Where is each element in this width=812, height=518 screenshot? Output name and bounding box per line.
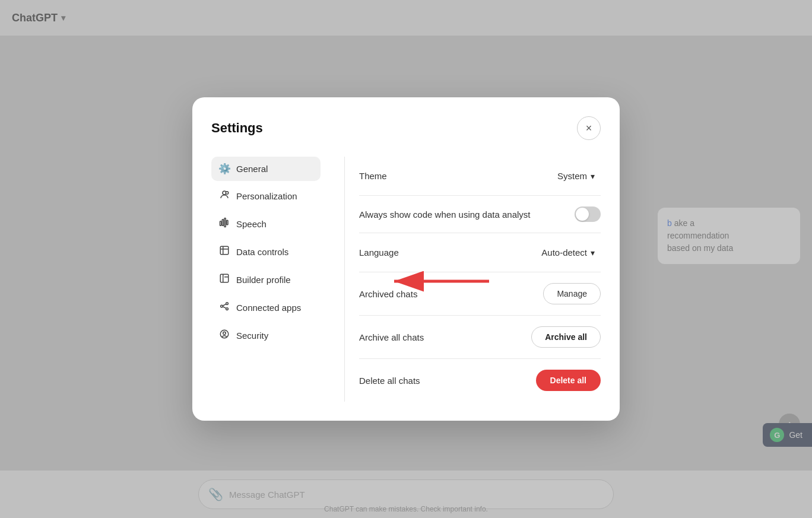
settings-content: Theme System ▾ Always show code when usi… [359,157,601,402]
code-label: Always show code when using data analyst [359,209,531,220]
sidebar-item-general[interactable]: ⚙️ General [211,157,321,181]
language-label: Language [359,247,399,258]
sidebar-item-label: Connected apps [236,303,301,313]
svg-line-16 [223,304,226,306]
svg-rect-7 [220,246,229,255]
language-value: Auto-detect [541,247,587,258]
archive-all-label: Archive all chats [359,332,424,342]
theme-setting-row: Theme System ▾ [359,157,601,196]
settings-modal: Settings × ⚙️ General [192,97,620,421]
svg-rect-10 [220,274,229,282]
sidebar-item-label: Data controls [236,247,288,257]
security-icon [218,329,230,342]
modal-header: Settings × [211,116,601,140]
archive-all-button[interactable]: Archive all [531,326,601,348]
connected-apps-icon [218,301,230,314]
modal-body: ⚙️ General Personalization [211,157,601,402]
sidebar-item-speech[interactable]: Speech [211,211,321,237]
person-icon [218,189,230,203]
sidebar-item-builder-profile[interactable]: Builder profile [211,267,321,293]
gear-icon: ⚙️ [218,163,230,175]
nav-content-divider [344,157,345,402]
chevron-down-icon: ▾ [591,171,595,181]
settings-nav: ⚙️ General Personalization [211,157,330,402]
theme-dropdown[interactable]: System ▾ [551,167,601,185]
theme-label: Theme [359,171,387,181]
archived-chats-label: Archived chats [359,289,417,299]
speech-icon [218,217,230,231]
code-toggle[interactable] [575,206,601,222]
close-button[interactable]: × [577,116,601,140]
delete-all-chats-row: Delete all chats Delete all [359,359,601,402]
sidebar-item-label: Personalization [236,191,297,201]
sidebar-item-personalization[interactable]: Personalization [211,183,321,209]
svg-rect-3 [220,221,221,226]
svg-rect-4 [222,220,223,226]
language-dropdown[interactable]: Auto-detect ▾ [535,244,601,261]
delete-all-button[interactable]: Delete all [536,370,601,391]
svg-rect-5 [224,218,226,227]
sidebar-item-security[interactable]: Security [211,323,321,348]
builder-icon [218,273,230,287]
sidebar-item-connected-apps[interactable]: Connected apps [211,295,321,320]
manage-button[interactable]: Manage [543,283,601,304]
sidebar-item-label: Builder profile [236,275,291,285]
language-setting-row: Language Auto-detect ▾ [359,233,601,272]
data-icon [218,245,230,259]
svg-rect-6 [227,220,228,225]
svg-point-15 [226,308,229,310]
archived-chats-row: Archived chats Manage [359,272,601,316]
archive-all-chats-row: Archive all chats Archive all [359,316,601,359]
theme-value: System [557,171,587,181]
sidebar-item-label: Security [236,330,268,341]
sidebar-item-label: General [236,164,268,174]
modal-title: Settings [211,120,263,136]
svg-point-14 [226,303,229,305]
sidebar-item-label: Speech [236,219,267,229]
delete-all-label: Delete all chats [359,376,420,386]
toggle-knob [576,208,589,221]
svg-point-19 [223,332,226,335]
code-setting-row: Always show code when using data analyst [359,196,601,233]
chevron-down-icon: ▾ [591,248,595,258]
svg-line-17 [223,307,226,309]
svg-point-13 [221,305,223,307]
sidebar-item-data-controls[interactable]: Data controls [211,239,321,265]
close-icon: × [586,122,592,135]
svg-point-2 [226,192,229,195]
